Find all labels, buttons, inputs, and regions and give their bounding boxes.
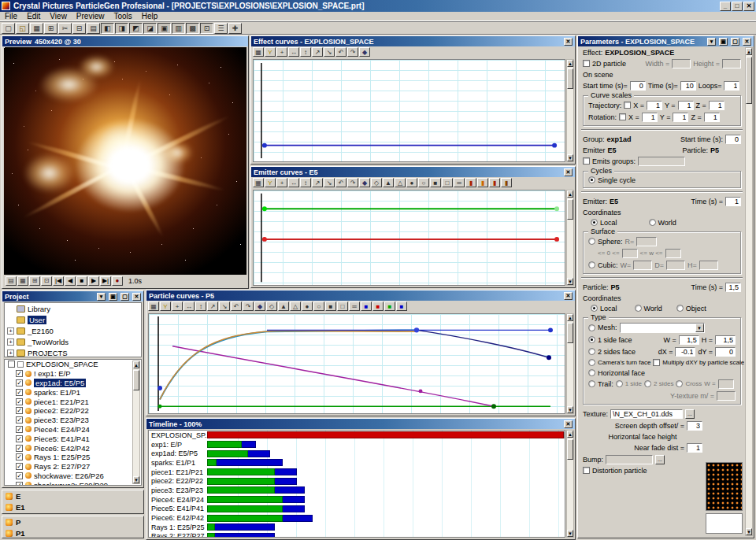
curve-point[interactable] — [262, 143, 267, 148]
toolbar-button-icon[interactable]: ▥ — [172, 23, 185, 34]
timeline-bar-segment[interactable] — [275, 468, 297, 475]
trajectory-x-field[interactable] — [647, 101, 662, 110]
curve-tool-icon[interactable]: + — [276, 178, 287, 187]
curve-tool-icon[interactable]: Y — [265, 47, 276, 57]
group-start-field[interactable] — [725, 135, 741, 144]
curve-tool-icon[interactable]: ↔ — [288, 47, 299, 57]
timeline-bar-segment[interactable] — [217, 459, 283, 466]
effect-curve-editor[interactable] — [253, 59, 565, 162]
toolbar-button-icon[interactable]: ⊞ — [44, 23, 57, 34]
library-item[interactable]: P — [2, 516, 143, 527]
playback-button-icon[interactable]: |◀ — [53, 276, 64, 286]
curve-tool-icon[interactable]: ◆ — [359, 47, 370, 57]
timeline-bar-segment[interactable] — [207, 431, 564, 438]
chevron-down-icon[interactable]: ▼ — [695, 324, 704, 332]
tree-folder-row[interactable]: + _E2160 — [5, 325, 141, 336]
emitter-list-row[interactable]: ✓ shockwave2: E29/P29 — [5, 480, 141, 486]
curve-tool-icon[interactable]: ● — [406, 178, 417, 187]
trail-w-field[interactable] — [718, 379, 734, 389]
playback-button-icon[interactable]: ● — [112, 276, 123, 286]
library-item[interactable]: E1 — [2, 501, 143, 512]
timeline-bar-segment[interactable] — [564, 431, 565, 438]
particle-time-field[interactable] — [725, 283, 741, 292]
rotation-x-field[interactable] — [642, 113, 658, 122]
checkbox[interactable]: ✓ — [16, 370, 23, 377]
curve-tool-icon[interactable]: ◇ — [371, 178, 382, 187]
height-field[interactable] — [722, 59, 741, 68]
timeline-bar-segment[interactable] — [207, 496, 283, 503]
rotation-checkbox[interactable] — [619, 113, 626, 120]
close-icon[interactable]: ✕ — [564, 168, 573, 176]
timeline-bar-segment[interactable] — [242, 441, 256, 448]
toolbar-button-icon[interactable]: ▣ — [158, 23, 171, 34]
trail-cross-radio[interactable] — [676, 380, 683, 387]
curve-tool-icon[interactable]: ↷ — [243, 301, 254, 311]
timeline-bar-segment[interactable] — [207, 533, 215, 538]
timeline-row[interactable]: piece2: E22/P22 — [149, 476, 565, 486]
effect-root-row[interactable]: EXPLOSION_SPACE — [5, 360, 141, 369]
checkbox[interactable]: ✓ — [16, 379, 23, 387]
emitter-curves-scrollbar[interactable]: ▲▼ — [566, 190, 574, 286]
trajectory-checkbox[interactable] — [624, 102, 631, 109]
curve-tool-icon[interactable]: ↕ — [300, 47, 311, 57]
single-cycle-radio[interactable] — [588, 176, 595, 183]
cubic-w-field[interactable] — [633, 261, 652, 270]
toolbar-button-icon[interactable]: ☰ — [214, 23, 228, 34]
emitter-list-row[interactable]: ✓ sparks: E1/P1 — [5, 387, 141, 397]
playback-button-icon[interactable]: ⊡ — [41, 276, 52, 286]
curve-tool-icon[interactable]: ■ — [384, 301, 395, 311]
library-item[interactable]: P1 — [2, 527, 143, 538]
curve-tool-icon[interactable]: ◆ — [254, 301, 265, 311]
tree-expander[interactable]: + — [7, 338, 14, 346]
timeline-bar-segment[interactable] — [207, 478, 275, 485]
checkbox[interactable]: ✓ — [16, 426, 23, 433]
menu-item[interactable]: Preview — [72, 12, 109, 20]
menu-item[interactable]: Edit — [22, 12, 45, 20]
timeline-bar-segment[interactable] — [283, 496, 305, 503]
emitter-list-row[interactable]: ✓ piece3: E23/P23 — [5, 416, 141, 425]
restore-icon[interactable]: ▢ — [120, 293, 129, 301]
curve-tool-icon[interactable]: △ — [395, 178, 406, 187]
timeline-row[interactable]: Rays 2: E27/P27 — [149, 532, 565, 538]
curve-tool-icon[interactable]: ↘ — [324, 178, 335, 187]
browse-texture-button[interactable]: ... — [685, 409, 695, 419]
minimize-button[interactable]: _ — [720, 2, 731, 11]
2d-particle-checkbox[interactable] — [583, 60, 590, 67]
timeline-bar-segment[interactable] — [207, 505, 283, 512]
curve-point[interactable] — [552, 143, 557, 148]
toolbar-button-icon[interactable]: ✚ — [228, 23, 242, 34]
curve-tool-icon[interactable]: ↘ — [219, 301, 230, 311]
particle-curve-editor[interactable] — [148, 313, 565, 414]
curve-tool-icon[interactable]: + — [276, 47, 287, 57]
texture-field[interactable] — [610, 409, 683, 419]
toolbar-button-icon[interactable]: ▢ — [2, 23, 15, 34]
dock-icon[interactable]: ▾ — [97, 293, 106, 301]
curve-point[interactable] — [158, 386, 162, 390]
toolbar-button-icon[interactable]: ◱ — [16, 23, 29, 34]
close-icon[interactable]: ✕ — [564, 420, 573, 428]
toolbar-button-icon[interactable]: ✂ — [58, 23, 72, 34]
local-radio[interactable] — [591, 305, 598, 312]
parameters-scrollbar[interactable]: ▲▼ — [745, 47, 753, 536]
checkbox[interactable]: ✓ — [16, 389, 23, 396]
playback-button-icon[interactable]: ▶ — [88, 276, 99, 286]
restore-icon[interactable]: ▢ — [731, 38, 739, 46]
emitter-list-row[interactable]: ✓ shockwave: E26/P26 — [5, 472, 141, 481]
playback-button-icon[interactable]: ▤ — [6, 276, 17, 286]
maximize-button[interactable]: □ — [732, 2, 743, 11]
curve-tool-icon[interactable]: ↶ — [335, 178, 346, 187]
horizontal-face-radio[interactable] — [588, 369, 595, 376]
one-side-face-radio[interactable] — [588, 336, 595, 343]
object-radio[interactable] — [676, 305, 684, 312]
checkbox[interactable]: ✓ — [16, 445, 23, 452]
curve-tool-icon[interactable]: ■ — [325, 301, 336, 311]
curve-tool-icon[interactable]: □ — [442, 178, 453, 187]
curve-tool-icon[interactable]: ↗ — [207, 301, 218, 311]
curve-point[interactable] — [262, 237, 267, 242]
tree-folder-row[interactable]: + PROJECTS — [5, 347, 141, 357]
trail-radio[interactable] — [588, 380, 595, 387]
curve-tool-icon[interactable]: Y — [160, 301, 171, 311]
camera-turn-face-radio[interactable] — [588, 359, 595, 366]
timeline-bar-segment[interactable] — [207, 450, 248, 457]
menu-item[interactable]: Tools — [109, 12, 136, 20]
